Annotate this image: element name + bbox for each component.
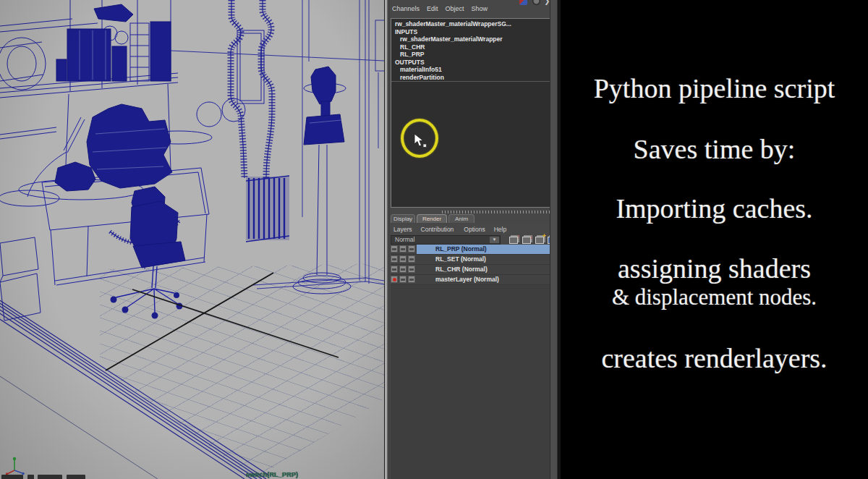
- panel-top-icons: ❯: [384, 0, 561, 5]
- menu-show[interactable]: Show: [472, 5, 488, 12]
- clipped-text-fragment: [27, 475, 34, 479]
- layer-toggle[interactable]: [408, 276, 415, 283]
- layer-list-empty-area: [391, 285, 550, 479]
- layer-row[interactable]: masterLayer (Normal): [391, 275, 550, 285]
- axis-gizmo-icon: [4, 456, 29, 476]
- caption-line: & displacement nodes.: [612, 284, 817, 310]
- panel-divider[interactable]: [384, 0, 389, 479]
- blend-mode-value: Normal: [395, 236, 414, 243]
- channel-item[interactable]: rw_shaderMaster_materialWrapperSG...: [391, 20, 550, 28]
- menu-edit[interactable]: Edit: [427, 5, 438, 12]
- layer-toggle[interactable]: [408, 245, 415, 253]
- layer-renderable-toggle[interactable]: [391, 245, 398, 253]
- clipped-text-fragment: [1, 475, 23, 479]
- layer-name[interactable]: RL_PRP (Normal): [417, 245, 550, 254]
- layer-toggle[interactable]: [408, 266, 415, 273]
- channel-item[interactable]: RL_PRP: [391, 51, 550, 59]
- caption-line: assigning shaders: [618, 253, 811, 284]
- viewport-annotation: switch(RL_PRP): [246, 471, 298, 478]
- lock-icon[interactable]: [532, 0, 540, 5]
- not-renderable-indicator: [393, 278, 396, 281]
- tab-render[interactable]: Render: [417, 214, 447, 223]
- layer-row[interactable]: RL_SET (Normal): [391, 255, 550, 265]
- channel-box-separator: [391, 81, 550, 82]
- panel-drag-handle[interactable]: [442, 211, 550, 213]
- channel-box-list: rw_shaderMaster_materialWrapperSG... INP…: [391, 19, 550, 81]
- blend-mode-dropdown[interactable]: Normal ▼: [391, 235, 501, 245]
- menu-object[interactable]: Object: [446, 5, 464, 12]
- key-icon[interactable]: [519, 0, 527, 5]
- menu-channels[interactable]: Channels: [392, 5, 420, 12]
- channel-section: OUTPUTS: [391, 59, 550, 67]
- mouse-cursor-icon: [414, 133, 428, 149]
- render-layer-list: RL_PRP (Normal) RL_SET (Normal) RL_CHR (…: [391, 245, 550, 285]
- layer-toggle[interactable]: [399, 266, 407, 273]
- channel-box[interactable]: rw_shaderMaster_materialWrapperSG... INP…: [391, 18, 550, 208]
- move-layer-up-icon[interactable]: ↑: [509, 234, 519, 245]
- tab-anim[interactable]: Anim: [448, 214, 475, 223]
- layer-name[interactable]: masterLayer (Normal): [417, 275, 550, 284]
- menu-layers[interactable]: Layers: [393, 226, 412, 233]
- create-empty-layer-icon[interactable]: +: [535, 234, 545, 245]
- layer-renderable-toggle[interactable]: [391, 266, 398, 273]
- screenshot-stage: switch(RL_PRP) Channels Edit Object Show…: [0, 0, 868, 479]
- layer-toggle[interactable]: [408, 255, 415, 263]
- caption-line: creates renderlayers.: [601, 342, 827, 374]
- caption-panel: Python pipeline script Saves time by: Im…: [561, 0, 868, 479]
- clipped-text-fragment: [67, 475, 85, 479]
- layer-editor-menubar: Layers Contribution Options Help: [391, 224, 550, 234]
- layer-renderable-toggle[interactable]: [391, 276, 398, 283]
- wireframe-scene: [0, 0, 384, 479]
- layer-row[interactable]: RL_CHR (Normal): [391, 265, 550, 275]
- channel-item[interactable]: rw_shaderMaster_materialWrapper: [391, 35, 550, 43]
- layer-name[interactable]: RL_SET (Normal): [417, 255, 550, 264]
- tab-display[interactable]: Display: [391, 214, 415, 223]
- channel-item[interactable]: RL_CHR: [391, 43, 550, 51]
- panel-scrollbar[interactable]: [550, 0, 558, 479]
- caption-line: Importing caches.: [616, 192, 812, 224]
- menu-contribution[interactable]: Contribution: [421, 226, 454, 233]
- layer-toggle[interactable]: [399, 276, 407, 283]
- layer-renderable-toggle[interactable]: [391, 255, 398, 263]
- layer-toggle[interactable]: [399, 255, 407, 263]
- layer-name[interactable]: RL_CHR (Normal): [417, 265, 550, 274]
- menu-help[interactable]: Help: [494, 226, 506, 233]
- chevron-down-icon[interactable]: ▼: [490, 237, 499, 243]
- menu-options[interactable]: Options: [464, 226, 485, 233]
- clipped-text-fragment: [38, 475, 62, 479]
- channel-section: INPUTS: [391, 28, 550, 36]
- caption-line: Saves time by:: [634, 133, 796, 165]
- maya-viewport[interactable]: switch(RL_PRP): [0, 0, 384, 479]
- layer-toggle[interactable]: [399, 245, 407, 253]
- caption-line: Python pipeline script: [594, 72, 835, 104]
- move-layer-down-icon[interactable]: ↓: [522, 234, 532, 245]
- channel-item[interactable]: materialInfo51: [391, 66, 550, 74]
- channel-item[interactable]: renderPartition: [391, 74, 550, 82]
- maya-side-panel: Channels Edit Object Show ❯ rw_shaderMas…: [384, 0, 561, 479]
- layer-row[interactable]: RL_PRP (Normal): [391, 245, 550, 255]
